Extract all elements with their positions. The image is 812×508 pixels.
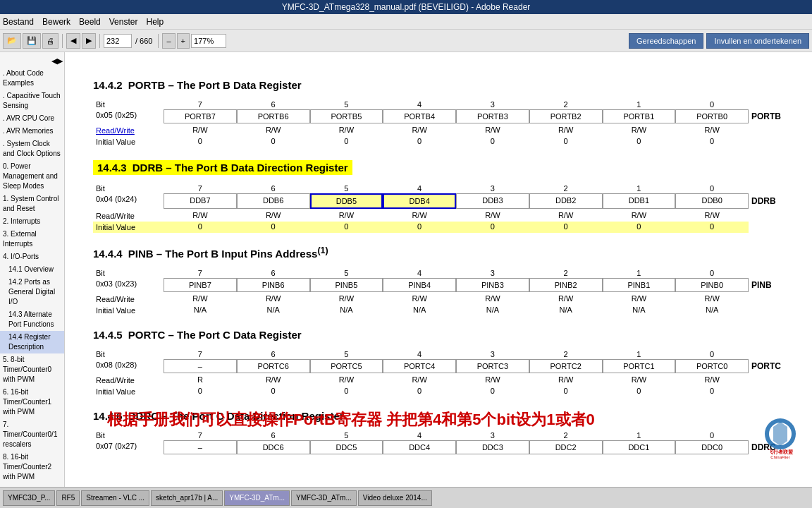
bit-0-5: 0 [675, 349, 749, 359]
addr-3: 0x04 (0x24) [93, 193, 164, 209]
section-14-4-2-header: 14.4.2 PORTB – The Port B Data Register [93, 79, 784, 91]
bit-4-3: 4 [383, 183, 456, 193]
pinb0: PINB0 [675, 278, 749, 292]
page-number-input[interactable] [104, 34, 132, 48]
menu-venster[interactable]: Venster [109, 17, 138, 27]
gereedschappen-btn[interactable]: Gereedschappen [629, 33, 703, 49]
init-3-5: 0 [456, 386, 529, 397]
sidebar-item-capacitive[interactable]: . Capacitive Touch Sensing [0, 90, 64, 112]
section-14-4-5: 14.4.5 PORTC – The Port C Data Register … [93, 329, 784, 397]
toolbar-forward-btn[interactable]: ▶ [82, 33, 96, 49]
section-14-4-2-num: 14.4.2 [93, 79, 123, 91]
rw-0-5: R/W [675, 375, 749, 386]
taskbar-ymfc-atm-active[interactable]: YMFC-3D_ATm... [224, 490, 290, 506]
taskbar-ymfc-atm-2[interactable]: YMFC-3D_ATm... [291, 490, 357, 506]
sidebar-collapse-btn[interactable]: ◀▶ [51, 56, 63, 66]
section-14-4-3-table: Bit 7 6 5 4 3 2 1 0 0x04 (0x24) DDB7 DDB… [93, 183, 784, 233]
bit-empty-3 [749, 183, 784, 193]
ddc3: DDC3 [456, 440, 529, 454]
pinb4: PINB4 [383, 278, 456, 292]
sidebar-item-reg-desc[interactable]: 14.4 Register Description [0, 331, 64, 353]
toolbar-sep2 [99, 34, 100, 48]
toolbar-print-btn[interactable]: 🖨 [42, 33, 59, 49]
sidebar-item-sysctl[interactable]: 1. System Control and Reset [0, 193, 64, 215]
menu-help[interactable]: Help [146, 17, 164, 27]
rw-2-4: R/W [529, 294, 603, 305]
taskbar-video-deluxe[interactable]: Video deluxe 2014... [358, 490, 432, 506]
section-14-4-3-title: DDRB – The Port B Data Direction Registe… [133, 162, 348, 174]
bit-numbers-row-3: Bit 7 6 5 4 3 2 1 0 [93, 183, 784, 193]
sidebar-item-alt-port[interactable]: 14.3 Alternate Port Functions [0, 308, 64, 331]
bit-label-5: Bit [93, 349, 164, 359]
init-3-4: N/A [456, 305, 529, 316]
bit-7-1: 7 [164, 99, 237, 109]
rw-1-4: R/W [603, 294, 676, 305]
init-6-4: N/A [237, 305, 310, 316]
rw-row-1: Read/Write R/W R/W R/W R/W R/W R/W R/W R… [93, 125, 784, 136]
ddc5: DDC5 [310, 440, 383, 454]
toolbar-save-btn[interactable]: 💾 [23, 33, 41, 49]
section-14-4-3-num: 14.4.3 [97, 162, 127, 174]
portc3: PORTC3 [456, 359, 529, 373]
taskbar-vlc[interactable]: Streamen - VLC ... [81, 490, 149, 506]
bit-0-6: 0 [675, 430, 749, 440]
sidebar: ◀▶ . About Code Examples . Capacitive To… [0, 52, 65, 487]
sidebar-item-overview[interactable]: 14.1 Overview [0, 263, 64, 276]
section-14-4-2-title: PORTB – The Port B Data Register [128, 79, 302, 91]
sidebar-item-ports-gen[interactable]: 14.2 Ports as General Digital I/O [0, 276, 64, 308]
sidebar-item-timer8[interactable]: 5. 8-bit Timer/Counter0 with PWM [0, 353, 64, 386]
section-14-4-5-table: Bit 7 6 5 4 3 2 1 0 0x08 (0x28) – PORTC6… [93, 349, 784, 397]
sidebar-item-ext-int[interactable]: 3. External Interrupts [0, 228, 64, 250]
toolbar: 📂 💾 🖨 ◀ ▶ / 660 – + Gereedschappen Invul… [0, 30, 812, 52]
sidebar-item-timer16[interactable]: 6. 16-bit Timer/Counter1 with PWM [0, 386, 64, 418]
rw-6-4: R/W [237, 294, 310, 305]
ddb7: DDB7 [164, 193, 237, 209]
section-14-4-4: 14.4.4 PINB – The Port B Input Pins Addr… [93, 246, 784, 316]
rw-0-3: R/W [675, 210, 749, 222]
toolbar-back-btn[interactable]: ◀ [66, 33, 80, 49]
sidebar-item-io[interactable]: 4. I/O-Ports [0, 250, 64, 263]
init-2-4: N/A [529, 305, 603, 316]
bit-numbers-row-5: Bit 7 6 5 4 3 2 1 0 [93, 349, 784, 359]
sidebar-item-interrupts[interactable]: 2. Interrupts [0, 215, 64, 228]
init-5-1: 0 [310, 136, 383, 147]
taskbar-ymfc3d-p[interactable]: YMFC3D_P... [3, 490, 55, 506]
zoom-input[interactable] [191, 34, 226, 48]
section-14-4-3-header: 14.4.3 DDRB – The Port B Data Direction … [93, 160, 784, 175]
taskbar-rf5[interactable]: RF5 [56, 490, 80, 506]
rw-link-1[interactable]: Read/Write [96, 126, 135, 135]
bit-0-4: 0 [675, 268, 749, 278]
bit-label-3: Bit [93, 183, 164, 193]
portc6: PORTC6 [237, 359, 310, 373]
toolbar-open-btn[interactable]: 📂 [3, 33, 21, 49]
taskbar-sketch[interactable]: sketch_apr17b | A... [151, 490, 223, 506]
pinb7: PINB7 [164, 278, 237, 292]
sidebar-item-timer2[interactable]: 8. 16-bit Timer/Counter2 with PWM [0, 451, 64, 483]
sidebar-item-avrcpu[interactable]: . AVR CPU Core [0, 112, 64, 125]
menu-bestand[interactable]: Bestand [3, 17, 34, 27]
section-14-4-2-table: Bit 7 6 5 4 3 2 1 0 0x05 (0x25) PORTB7 P… [93, 99, 784, 147]
addr-6: 0x07 (0x27) [93, 440, 164, 454]
sidebar-item-sysclock[interactable]: . System Clock and Clock Options [0, 138, 64, 160]
zoom-out-btn[interactable]: – [162, 33, 175, 49]
bit-2-4: 2 [529, 268, 603, 278]
sidebar-item-power[interactable]: 0. Power Management and Sleep Modes [0, 160, 64, 193]
zoom-in-btn[interactable]: + [177, 33, 190, 49]
menu-beeld[interactable]: Beeld [79, 17, 101, 27]
ddb5-highlight: DDB5 [310, 193, 383, 209]
sidebar-item-rescalers[interactable]: 7. Timer/Counter0/1 rescalers [0, 418, 64, 451]
bit-0-3: 0 [675, 183, 749, 193]
init-2-1: 0 [529, 136, 603, 147]
section-14-4-3: 14.4.3 DDRB – The Port B Data Direction … [93, 160, 784, 233]
ddc1: DDC1 [603, 440, 676, 454]
init-6-5: 0 [237, 386, 310, 397]
invullen-btn[interactable]: Invullen en ondertekenen [706, 33, 809, 49]
rw-2-3: R/W [529, 210, 603, 222]
bit-4-1: 4 [383, 99, 456, 109]
page-separator: / 660 [133, 37, 154, 45]
overlay-text: 根据手册我们可以直接操作PortB寄存器 并把第4和第5个bit设为1或者0 [107, 409, 812, 430]
menu-bewerk[interactable]: Bewerk [42, 17, 70, 27]
sidebar-item-about[interactable]: . About Code Examples [0, 67, 64, 90]
sidebar-item-avrmem[interactable]: . AVR Memories [0, 125, 64, 138]
reg-cells-row-1: 0x05 (0x25) PORTB7 PORTB6 PORTB5 PORTB4 … [93, 109, 784, 123]
